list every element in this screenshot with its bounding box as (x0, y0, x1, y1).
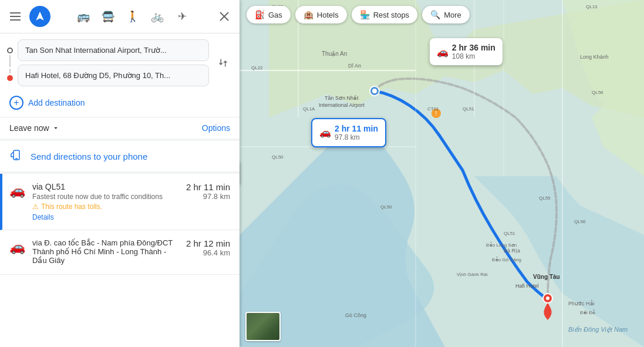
transport-bus-btn[interactable]: 🚍 (96, 5, 120, 28)
svg-text:Đảo Gò Găng: Đảo Gò Găng (492, 257, 521, 262)
svg-text:Long Khánh: Long Khánh (580, 54, 609, 60)
toll-warning-icon-1 (32, 203, 39, 211)
svg-text:QL51: QL51 (463, 106, 474, 112)
rest-stops-icon: 🏪 (360, 10, 370, 19)
svg-text:QL51: QL51 (504, 231, 515, 236)
svg-point-18 (546, 297, 549, 300)
close-icon[interactable] (215, 7, 234, 26)
route-item-2[interactable]: 🚗 via Đ. cao tốc Bắc - Nam phía Đông/ĐCT… (0, 230, 240, 275)
pill-gas[interactable]: ⛽ Gas (247, 6, 291, 23)
svg-rect-1 (10, 16, 21, 17)
transport-mode-bar: 🚌 🚍 🚶 🚲 ✈ (55, 5, 210, 28)
add-destination-icon: + (9, 96, 23, 110)
route-car-icon-1: 🚗 (9, 183, 25, 198)
route-toll-1: This route has tolls. (32, 203, 179, 211)
left-panel: 🚌 🚍 🚶 🚲 ✈ + Add destination (0, 0, 240, 347)
route-time-2: 2 hr 12 min (186, 238, 230, 248)
transport-walk-btn[interactable]: 🚶 (121, 5, 144, 28)
route-dist-1: 97.8 km (186, 192, 230, 201)
svg-text:QL56: QL56 (592, 90, 603, 95)
svg-text:QL50: QL50 (272, 154, 284, 160)
transport-flight-btn[interactable]: ✈ (170, 5, 194, 28)
svg-text:International Airport: International Airport (319, 102, 365, 108)
svg-text:QL56: QL56 (574, 219, 586, 224)
map-pills: ⛽ Gas 🏨 Hotels 🏪 Rest stops 🔍 More (247, 6, 470, 23)
svg-text:QL50: QL50 (380, 204, 392, 210)
svg-text:Phước Hải: Phước Hải (568, 300, 595, 306)
route-item-1[interactable]: 🚗 via QL51 Fastest route now due to traf… (0, 174, 240, 230)
options-button[interactable]: Options (202, 123, 230, 133)
add-destination-row[interactable]: + Add destination (0, 92, 240, 117)
route-callout-2: 🚗 2 hr 11 min 97.8 km (311, 118, 386, 147)
pill-gas-label: Gas (268, 11, 282, 19)
route-time-dist-2: 2 hr 12 min 96.4 km (186, 238, 230, 257)
pill-rest-stops[interactable]: 🏪 Rest stops (352, 6, 417, 23)
svg-text:QL55: QL55 (539, 196, 551, 201)
origin-dot (7, 48, 13, 53)
pill-rest-stops-label: Rest stops (373, 11, 409, 19)
svg-text:Tân Sơn Nhất: Tân Sơn Nhất (325, 95, 359, 101)
route-desc-1: Fastest route now due to traffic conditi… (32, 193, 179, 201)
leave-now-label: Leave now (9, 123, 49, 133)
route-time-dist-1: 2 hr 11 min 97.8 km (186, 182, 230, 201)
toll-text-1: This route has tolls. (41, 203, 102, 211)
origin-input[interactable] (18, 39, 209, 61)
swap-directions-button[interactable] (214, 53, 232, 72)
callout-car-icon-1: 🚗 (437, 46, 449, 58)
callout-time-2: 2 hr 11 min (335, 124, 378, 133)
inputs-section (0, 33, 240, 92)
map-area[interactable]: ◀ ! Thuận (240, 0, 644, 347)
gas-icon: ⛽ (255, 10, 265, 19)
route-car-icon-2: 🚗 (9, 240, 25, 255)
route-list: 🚗 via QL51 Fastest route now due to traf… (0, 171, 240, 275)
svg-text:CT01: CT01 (427, 106, 439, 112)
route-line-dot2 (9, 69, 11, 73)
options-label: Options (202, 123, 230, 133)
callout-dist-1: 108 km (452, 52, 495, 60)
leave-now-button[interactable]: Leave now (9, 123, 60, 133)
pill-more[interactable]: 🔍 More (422, 6, 470, 23)
hotels-icon: 🏨 (304, 10, 313, 19)
add-destination-label: Add destination (28, 98, 85, 107)
route-time-1: 2 hr 11 min (186, 182, 230, 192)
route-dist-2: 96.4 km (186, 248, 230, 257)
leave-options-bar: Leave now Options (0, 117, 240, 139)
nav-icon (29, 6, 50, 27)
route-name-1: via QL51 (32, 182, 179, 191)
route-info-2: via Đ. cao tốc Bắc - Nam phía Đông/ĐCT T… (32, 238, 179, 266)
dest-dot (7, 75, 13, 81)
callout-text-1: 2 hr 36 min 108 km (452, 43, 495, 60)
svg-rect-0 (10, 12, 21, 14)
svg-text:Gò Công: Gò Công (345, 312, 366, 318)
svg-text:QL1A: QL1A (303, 106, 315, 112)
menu-icon[interactable] (6, 7, 25, 26)
route-callout-1: 🚗 2 hr 36 min 108 km (430, 38, 503, 65)
callout-dist-2: 97.8 km (335, 133, 378, 142)
svg-text:Vũng Tàu: Vũng Tàu (533, 274, 560, 280)
svg-text:Đảo Long Sơn: Đảo Long Sơn (486, 242, 517, 248)
pill-hotels[interactable]: 🏨 Hotels (295, 6, 347, 23)
send-directions-row[interactable]: Send directions to your phone (0, 139, 240, 171)
svg-text:Thuận An: Thuận An (322, 50, 347, 57)
svg-text:Vịnh Gành Rái: Vịnh Gành Rái (457, 272, 487, 277)
svg-text:Dĩ An: Dĩ An (348, 63, 361, 69)
send-directions-label: Send directions to your phone (31, 151, 147, 161)
svg-point-16 (372, 89, 377, 93)
destination-input[interactable] (18, 65, 209, 86)
svg-text:QL22: QL22 (251, 65, 263, 70)
transport-transit-btn[interactable]: 🚌 (72, 5, 95, 28)
svg-text:QL13: QL13 (586, 4, 598, 9)
svg-text:Biển Đông Việt Nam: Biển Đông Việt Nam (568, 326, 628, 333)
waypoint-dots (7, 45, 13, 81)
route-info-1: via QL51 Fastest route now due to traffi… (32, 182, 179, 221)
svg-text:Hafi Hotel: Hafi Hotel (515, 283, 539, 289)
callout-text-2: 2 hr 11 min 97.8 km (335, 124, 378, 142)
route-name-2: via Đ. cao tốc Bắc - Nam phía Đông/ĐCT T… (32, 238, 179, 265)
route-details-link-1[interactable]: Details (32, 213, 179, 221)
more-search-icon: 🔍 (430, 10, 440, 19)
svg-rect-2 (10, 19, 21, 21)
transport-bike-btn[interactable]: 🚲 (146, 5, 169, 28)
pill-hotels-label: Hotels (317, 11, 339, 19)
satellite-thumbnail[interactable] (245, 312, 281, 341)
svg-text:Bà Rịa: Bà Rịa (504, 248, 520, 254)
